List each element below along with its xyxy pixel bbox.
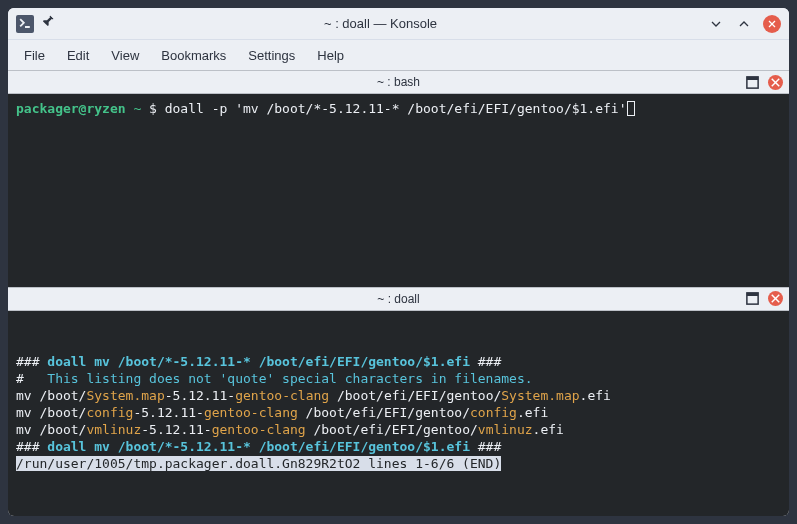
window-title: ~ : doall — Konsole (54, 16, 707, 31)
maximize-button[interactable] (735, 15, 753, 33)
bottom-pane-title: ~ : doall (8, 292, 789, 306)
output-text: doall mv /boot/*-5.12.11-* /boot/efi/EFI… (47, 354, 470, 369)
menu-view[interactable]: View (101, 44, 149, 67)
output-text: -5.12.11- (165, 388, 235, 403)
prompt-user: packager@ryzen (16, 101, 126, 116)
output-text: .efi (580, 388, 611, 403)
output-text: gentoo-clang (235, 388, 329, 403)
menu-help[interactable]: Help (307, 44, 354, 67)
output-text: /boot/efi/EFI/gentoo/ (306, 422, 478, 437)
window-controls (707, 15, 781, 33)
output-text: vmlinuz (86, 422, 141, 437)
terminal-top-pane[interactable]: packager@ryzen ~ $ doall -p 'mv /boot/*-… (8, 94, 789, 287)
output-text: # (16, 371, 47, 386)
output-text: ### (470, 354, 501, 369)
output-text: ### (16, 439, 47, 454)
titlebar-left (16, 15, 54, 33)
output-text: gentoo-clang (204, 405, 298, 420)
output-text: mv /boot/ (16, 422, 86, 437)
close-button[interactable] (763, 15, 781, 33)
top-pane-actions (745, 75, 783, 90)
maximize-pane-button[interactable] (745, 75, 760, 90)
maximize-pane-button[interactable] (745, 291, 760, 306)
output-text: ### (16, 354, 47, 369)
output-text: /boot/efi/EFI/gentoo/ (298, 405, 470, 420)
output-text: System.map (501, 388, 579, 403)
output-text: This listing does not 'quote' special ch… (47, 371, 532, 386)
minimize-button[interactable] (707, 15, 725, 33)
pager-status: /run/user/1005/tmp.packager.doall.Gn829R… (16, 456, 501, 471)
menubar: File Edit View Bookmarks Settings Help (8, 40, 789, 70)
output-text: config (470, 405, 517, 420)
top-pane-header[interactable]: ~ : bash (8, 70, 789, 94)
output-text: .efi (533, 422, 564, 437)
menu-edit[interactable]: Edit (57, 44, 99, 67)
prompt-symbol: $ (149, 101, 165, 116)
terminal-bottom-pane[interactable]: ### doall mv /boot/*-5.12.11-* /boot/efi… (8, 311, 789, 516)
output-text: -5.12.11- (133, 405, 203, 420)
output-text: gentoo-clang (212, 422, 306, 437)
bottom-pane-header[interactable]: ~ : doall (8, 287, 789, 311)
cursor-icon (627, 101, 635, 116)
app-icon (16, 15, 34, 33)
output-text: config (86, 405, 133, 420)
command-input: doall -p 'mv /boot/*-5.12.11-* /boot/efi… (165, 101, 627, 116)
close-pane-button[interactable] (768, 291, 783, 306)
output-text: ### (470, 439, 501, 454)
terminal-container: ~ : bash packager@ryzen ~ $ doall -p 'mv… (8, 70, 789, 516)
menu-settings[interactable]: Settings (238, 44, 305, 67)
output-text: -5.12.11- (141, 422, 211, 437)
output-text: vmlinuz (478, 422, 533, 437)
prompt-path: ~ (126, 101, 149, 116)
svg-rect-4 (747, 76, 758, 79)
output-text: System.map (86, 388, 164, 403)
close-pane-button[interactable] (768, 75, 783, 90)
output-text: mv /boot/ (16, 388, 86, 403)
menu-bookmarks[interactable]: Bookmarks (151, 44, 236, 67)
pin-icon[interactable] (40, 15, 54, 33)
menu-file[interactable]: File (14, 44, 55, 67)
output-text: mv /boot/ (16, 405, 86, 420)
konsole-window: ~ : doall — Konsole File Edit View Bookm… (8, 8, 789, 516)
output-text: /boot/efi/EFI/gentoo/ (329, 388, 501, 403)
titlebar[interactable]: ~ : doall — Konsole (8, 8, 789, 40)
bottom-pane-actions (745, 291, 783, 306)
svg-rect-8 (747, 293, 758, 296)
output-text: .efi (517, 405, 548, 420)
top-pane-title: ~ : bash (8, 75, 789, 89)
output-text: doall mv /boot/*-5.12.11-* /boot/efi/EFI… (47, 439, 470, 454)
